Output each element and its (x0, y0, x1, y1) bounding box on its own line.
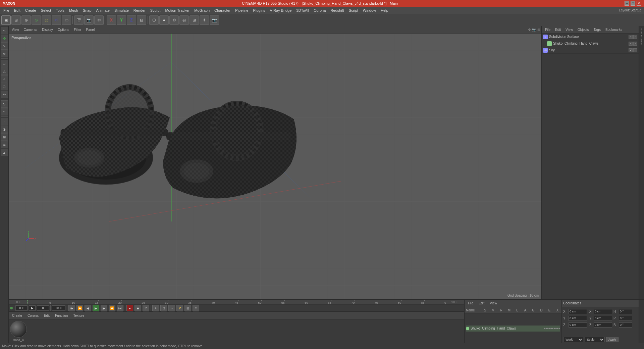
transport-first[interactable]: ⏮ (68, 305, 75, 311)
current-frame-input[interactable] (15, 305, 28, 311)
coord-x-size-input[interactable] (594, 309, 612, 314)
mat-tab-corona[interactable]: Corona (25, 313, 41, 318)
left-tool-move[interactable]: ✛ (1, 35, 8, 42)
menu-window[interactable]: Window (361, 8, 378, 13)
obj-ctrl-dot-sky[interactable]: · (633, 48, 637, 52)
transport-key-circle[interactable]: ○ (168, 305, 175, 311)
layout-value[interactable]: Startup (631, 8, 641, 12)
left-tool-dot[interactable]: · (1, 118, 8, 125)
viewport-menu-cameras[interactable]: Cameras (22, 28, 39, 32)
obj-item-sky[interactable]: ◎ Sky ✓ · (542, 47, 639, 54)
menu-animate[interactable]: Animate (94, 8, 112, 13)
left-tool-grid[interactable]: ⊞ (1, 133, 8, 141)
scale-dropdown[interactable]: Scale Size (585, 337, 605, 342)
tool-model-mode[interactable]: ▣ (1, 15, 11, 25)
tool-light[interactable]: ☀ (200, 15, 209, 25)
transport-key-grid[interactable]: ⊞ (184, 305, 191, 311)
left-tool-deform[interactable]: ≋ (1, 141, 8, 148)
obj-ctrl-check-sky[interactable]: ✓ (629, 48, 633, 52)
transport-key-P[interactable]: P (176, 305, 183, 311)
left-tool-spiro[interactable]: S (1, 100, 8, 108)
minimize-button[interactable]: ─ (625, 1, 629, 6)
left-tool-scale[interactable]: ⤡ (1, 42, 8, 50)
transport-key-add[interactable]: + (152, 305, 159, 311)
tool-move[interactable]: ⊙ (32, 15, 41, 25)
menu-mograph[interactable]: MoGraph (192, 8, 212, 13)
menu-mesh[interactable]: Mesh (67, 8, 80, 13)
viewport-menu-display[interactable]: Display (40, 28, 55, 32)
menu-vray-bridge[interactable]: V-Ray Bridge (268, 8, 294, 13)
viewport-menu-options[interactable]: Options (56, 28, 71, 32)
rpanel-tab-bookmarks[interactable]: Bookmarks (603, 27, 624, 32)
coord-y-pos-input[interactable] (569, 316, 587, 321)
menu-edit[interactable]: Edit (12, 8, 22, 13)
transport-settings[interactable]: ≡ (193, 305, 199, 311)
transport-question[interactable]: ? (143, 305, 149, 311)
vp-icon-grid[interactable]: ⊞ (537, 28, 540, 32)
viewport-menu-filter[interactable]: Filter (72, 28, 83, 32)
rpanel-tab-tags[interactable]: Tags (592, 27, 603, 32)
coord-x-pos-input[interactable] (569, 309, 587, 314)
transport-last[interactable]: ⏭ (117, 305, 123, 311)
mat-tab-texture[interactable]: Texture (71, 313, 86, 318)
tool-free-move[interactable]: ⊟ (137, 15, 146, 25)
menu-file[interactable]: File (1, 8, 11, 13)
menu-3dtoall[interactable]: 3DToAll (294, 8, 311, 13)
material-item-hand-c[interactable]: Hand_C (10, 321, 27, 342)
coord-z-pos-input[interactable] (569, 322, 587, 328)
tool-floor[interactable]: ⬡ (149, 15, 159, 25)
transport-next-key[interactable]: ⏩ (109, 305, 115, 311)
menu-render[interactable]: Render (131, 8, 148, 13)
tool-torus[interactable]: ◎ (179, 15, 189, 25)
left-tool-wave[interactable]: ~ (1, 108, 8, 115)
bottom-rpanel-tab-file[interactable]: File (466, 301, 475, 306)
coord-p-input[interactable] (619, 316, 632, 321)
obj-item-claws[interactable]: L Shuko_Climbing_Hand_Claws ✓ · (542, 40, 639, 47)
frame-number-input[interactable] (37, 305, 49, 311)
tool-x-axis[interactable]: X (107, 15, 116, 25)
selected-obj-row[interactable]: Shuko_Climbing_Hand_Claws ■■■■■■■■■■ (466, 326, 560, 332)
tool-select-rect[interactable]: ▭ (62, 15, 71, 25)
viewport-menu-view[interactable]: View (10, 28, 21, 32)
transport-key-rect[interactable]: □ (160, 305, 167, 311)
tool-render-pic[interactable]: 📷 (84, 15, 94, 25)
tool-gear[interactable]: ⚙ (169, 15, 179, 25)
left-tool-freehand[interactable]: ✏ (1, 91, 8, 98)
left-tool-paint[interactable]: ▲ (1, 149, 8, 156)
bottom-rpanel-tab-edit[interactable]: Edit (477, 301, 486, 306)
transport-next-frame[interactable]: ▶ (101, 305, 107, 311)
tool-render-view[interactable]: 🎬 (74, 15, 84, 25)
menu-corona[interactable]: Corona (312, 8, 328, 13)
tool-render-settings[interactable]: ⚙ (94, 15, 104, 25)
coord-z-size-input[interactable] (594, 322, 612, 328)
obj-ctrl-dot[interactable]: · (633, 35, 637, 39)
coord-y-size-input[interactable] (594, 316, 612, 321)
apply-button[interactable]: Apply (606, 337, 619, 342)
mat-tab-create[interactable]: Create (10, 313, 24, 318)
mat-tab-function[interactable]: Function (53, 313, 70, 318)
obj-item-subdivision[interactable]: S Subdivision Surface ✓ · (542, 34, 639, 40)
transport-record[interactable]: ● (126, 305, 133, 311)
menu-redshift[interactable]: Redshift (328, 8, 346, 13)
close-button[interactable]: ✕ (637, 1, 641, 6)
coord-h-input[interactable] (619, 309, 632, 314)
transport-prev-frame[interactable]: ◀ (85, 305, 91, 311)
coord-b-input[interactable] (619, 322, 632, 328)
vp-icon-camera[interactable]: 📷 (532, 28, 536, 32)
menu-character[interactable]: Character (212, 8, 232, 13)
menu-plugins[interactable]: Plugins (251, 8, 267, 13)
rpanel-tab-objects[interactable]: Objects (576, 27, 591, 32)
menu-script[interactable]: Script (347, 8, 360, 13)
rpanel-tab-view[interactable]: View (564, 27, 575, 32)
main-viewport[interactable]: X Y Perspective Grid Spacing : 10 cm (9, 34, 541, 299)
tool-z-axis[interactable]: Z (127, 15, 136, 25)
left-tool-rotate[interactable]: ↺ (1, 50, 8, 57)
left-tool-polygon[interactable]: ⬡ (1, 83, 8, 90)
menu-tools[interactable]: Tools (54, 8, 66, 13)
rpanel-tab-file[interactable]: File (543, 27, 552, 32)
tool-sphere[interactable]: ● (159, 15, 169, 25)
left-tool-circle[interactable]: ○ (1, 75, 8, 83)
left-tool-box[interactable]: □ (1, 60, 8, 67)
obj-ctrl-check-claws[interactable]: ✓ (629, 42, 633, 46)
tool-scale[interactable]: ◎ (42, 15, 51, 25)
